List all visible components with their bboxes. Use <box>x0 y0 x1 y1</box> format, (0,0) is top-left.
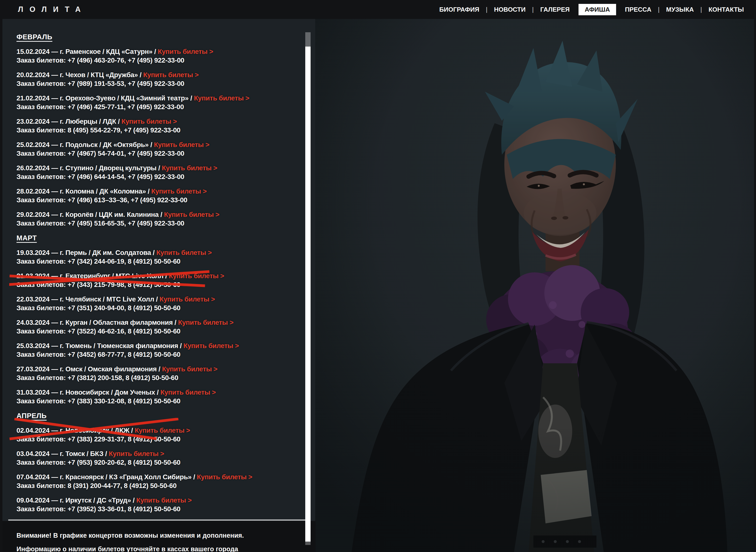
buy-tickets-link[interactable]: Купить билеты > <box>151 187 206 195</box>
event-phones: Заказ билетов: +7 (3812) 200-158, 8 (491… <box>16 374 298 382</box>
event-row: 25.02.2024 — г. Подольск / ДК «Октябрь» … <box>16 140 298 158</box>
event-title: 21.02.2024 — г. Орехово-Зуево / КДЦ «Зим… <box>16 94 298 103</box>
nav-item-press[interactable]: ПРЕССА <box>625 6 651 13</box>
event-phones: Заказ билетов: +7 (3522) 46-62-16, 8 (49… <box>16 327 298 336</box>
event-title: 27.03.2024 — г. Омск / Омская филармония… <box>16 365 298 374</box>
buy-tickets-link[interactable]: Купить билеты > <box>143 71 198 79</box>
event-phones: Заказ билетов: +7 (953) 920-20-62, 8 (49… <box>16 458 298 467</box>
event-phones: Заказ билетов: 8 (495) 554-22-79, +7 (49… <box>16 126 298 135</box>
nav-separator: | <box>486 6 488 13</box>
event-text: 28.02.2024 — г. Коломна / ДК «Коломна» / <box>16 187 151 195</box>
month-heading: ФЕВРАЛЬ <box>16 32 298 41</box>
buy-tickets-link[interactable]: Купить билеты > <box>109 450 164 457</box>
event-row: 31.03.2024 — г. Новосибирск / Дом Ученых… <box>16 388 298 406</box>
buy-tickets-link[interactable]: Купить билеты > <box>160 295 215 303</box>
nav-item-contacts[interactable]: КОНТАКТЫ <box>709 6 744 13</box>
event-phones: Заказ билетов: +7 (3952) 33-36-01, 8 (49… <box>16 505 298 514</box>
event-title: 31.03.2024 — г. Новосибирск / Дом Ученых… <box>16 388 298 397</box>
nav-separator: | <box>700 6 702 13</box>
event-title: 25.02.2024 — г. Подольск / ДК «Октябрь» … <box>16 140 298 149</box>
event-row: 23.02.2024 — г. Люберцы / ЛДК / Купить б… <box>16 117 298 135</box>
notice: Внимание! В графике концертов возможны и… <box>2 521 316 552</box>
nav-item-gallery[interactable]: ГАЛЕРЕЯ <box>540 6 570 13</box>
event-row: 22.03.2024 — г. Челябинск / МТС Live Хол… <box>16 295 298 312</box>
event-row: 20.02.2024 — г. Чехов / КТЦ «Дружба» / К… <box>16 71 298 88</box>
main-menu: БИОГРАФИЯ | НОВОСТИ | ГАЛЕРЕЯ АФИША ПРЕС… <box>439 4 744 15</box>
event-title: 02.04.2024 — г. Новосибирск / ДКЖ / Купи… <box>16 426 298 435</box>
event-phones: Заказ билетов: +7 (383) 330-12-08, 8 (49… <box>16 397 298 406</box>
scrollbar-thumb[interactable] <box>305 32 311 46</box>
buy-tickets-link[interactable]: Купить билеты > <box>154 141 209 148</box>
event-row: 21.02.2024 — г. Орехово-Зуево / КДЦ «Зим… <box>16 94 298 111</box>
event-title: 23.02.2024 — г. Люберцы / ЛДК / Купить б… <box>16 117 298 126</box>
buy-tickets-link[interactable]: Купить билеты > <box>197 473 252 481</box>
buy-tickets-link[interactable]: Купить билеты > <box>169 272 224 280</box>
event-title: 24.03.2024 — г. Курган / Областная филар… <box>16 318 298 327</box>
event-title: 20.02.2024 — г. Чехов / КТЦ «Дружба» / К… <box>16 71 298 79</box>
event-title: 25.03.2024 — г. Тюмень / Тюменская филар… <box>16 341 298 350</box>
buy-tickets-link[interactable]: Купить билеты > <box>194 94 249 102</box>
scrollbar[interactable] <box>305 32 311 545</box>
buy-tickets-link[interactable]: Купить билеты > <box>122 118 177 125</box>
event-phones: Заказ билетов: +7 (3452) 68-77-77, 8 (49… <box>16 350 298 359</box>
buy-tickets-link[interactable]: Купить билеты > <box>183 342 239 350</box>
event-title: 07.04.2024 — г. Красноярск / КЗ «Гранд Х… <box>16 473 298 481</box>
event-phones: Заказ билетов: +7 (351) 240-94-00, 8 (49… <box>16 304 298 312</box>
event-text: 23.02.2024 — г. Люберцы / ЛДК / <box>16 118 122 125</box>
event-title: 28.02.2024 — г. Коломна / ДК «Коломна» /… <box>16 187 298 196</box>
top-nav: ЛОЛИТА БИОГРАФИЯ | НОВОСТИ | ГАЛЕРЕЯ АФИ… <box>0 0 756 19</box>
event-row: 07.04.2024 — г. Красноярск / КЗ «Гранд Х… <box>16 473 298 490</box>
nav-item-news[interactable]: НОВОСТИ <box>494 6 526 13</box>
month-heading: МАРТ <box>16 234 298 242</box>
event-row: 24.03.2024 — г. Курган / Областная филар… <box>16 318 298 336</box>
nav-separator: | <box>658 6 659 13</box>
event-phones: Заказ билетов: +7 (496) 463-20-76, +7 (4… <box>16 56 298 65</box>
event-phones: Заказ билетов: +7 (343) 215-79-98, 8 (49… <box>16 280 298 289</box>
buy-tickets-link[interactable]: Купить билеты > <box>162 365 217 373</box>
month-heading: АПРЕЛЬ <box>16 411 298 420</box>
nav-item-biography[interactable]: БИОГРАФИЯ <box>439 6 479 13</box>
notice-line-1: Внимание! В графике концертов возможны и… <box>16 529 316 542</box>
event-text: 20.02.2024 — г. Чехов / КТЦ «Дружба» / <box>16 71 143 79</box>
event-title: 22.03.2024 — г. Челябинск / МТС Live Хол… <box>16 295 298 304</box>
event-text: 21.02.2024 — г. Орехово-Зуево / КДЦ «Зим… <box>16 94 194 102</box>
event-text: 09.04.2024 — г. Иркутск / ДС «Труд» / <box>16 497 136 504</box>
scrollbar-end[interactable] <box>305 542 311 545</box>
buy-tickets-link[interactable]: Купить билеты > <box>160 389 216 396</box>
divider <box>8 520 305 521</box>
buy-tickets-link[interactable]: Купить билеты > <box>136 497 191 504</box>
event-text: 24.03.2024 — г. Курган / Областная филар… <box>16 319 178 326</box>
event-text: 29.02.2024 — г. Королёв / ЦДК им. Калини… <box>16 211 164 218</box>
buy-tickets-link[interactable]: Купить билеты > <box>178 319 233 326</box>
buy-tickets-link[interactable]: Купить билеты > <box>162 164 217 172</box>
buy-tickets-link[interactable]: Купить билеты > <box>158 48 213 55</box>
event-title: 21.03.2024 — г. Екатеринбург / МТС Live … <box>16 272 298 280</box>
event-row: 19.03.2024 — г. Пермь / ДК им. Солдатова… <box>16 248 298 266</box>
event-phones: Заказ билетов: +7 (383) 229-31-37, 8 (49… <box>16 435 298 444</box>
event-row: 15.02.2024 — г. Раменское / КДЦ «Сатурн»… <box>16 47 298 65</box>
event-text: 26.02.2024 — г. Ступино / Дворец культур… <box>16 164 162 172</box>
event-text: 19.03.2024 — г. Пермь / ДК им. Солдатова… <box>16 249 156 256</box>
artist-photo <box>315 19 754 552</box>
buy-tickets-link[interactable]: Купить билеты > <box>156 249 212 256</box>
event-row: 03.04.2024 — г. Томск / БКЗ / Купить бил… <box>16 449 298 467</box>
event-text: 07.04.2024 — г. Красноярск / КЗ «Гранд Х… <box>16 473 197 481</box>
buy-tickets-link[interactable]: Купить билеты > <box>164 211 219 218</box>
event-phones: Заказ билетов: +7 (496) 613–33–36, +7 (4… <box>16 196 298 204</box>
event-row-cancelled: 02.04.2024 — г. Новосибирск / ДКЖ / Купи… <box>16 426 298 444</box>
event-phones: Заказ билетов: +7 (495) 516-65-35, +7 (4… <box>16 219 298 228</box>
event-row: 27.03.2024 — г. Омск / Омская филармония… <box>16 365 298 382</box>
buy-tickets-link[interactable]: Купить билеты > <box>135 427 190 434</box>
event-text: 25.03.2024 — г. Тюмень / Тюменская филар… <box>16 342 183 350</box>
nav-item-afisha-active[interactable]: АФИША <box>579 4 616 15</box>
event-phones: Заказ билетов: 8 (391) 200-44-77, 8 (491… <box>16 481 298 490</box>
event-text: 15.02.2024 — г. Раменское / КДЦ «Сатурн»… <box>16 48 158 55</box>
event-text: 27.03.2024 — г. Омск / Омская филармония… <box>16 365 162 373</box>
event-text: 31.03.2024 — г. Новосибирск / Дом Ученых… <box>16 389 160 396</box>
nav-item-music[interactable]: МУЗЫКА <box>666 6 694 13</box>
event-row: 29.02.2024 — г. Королёв / ЦДК им. Калини… <box>16 210 298 228</box>
site-logo[interactable]: ЛОЛИТА <box>18 5 87 14</box>
event-row: 25.03.2024 — г. Тюмень / Тюменская филар… <box>16 341 298 359</box>
notice-line-2: Информацию о наличии билетов уточняйте в… <box>16 542 316 552</box>
event-title: 19.03.2024 — г. Пермь / ДК им. Солдатова… <box>16 248 298 257</box>
